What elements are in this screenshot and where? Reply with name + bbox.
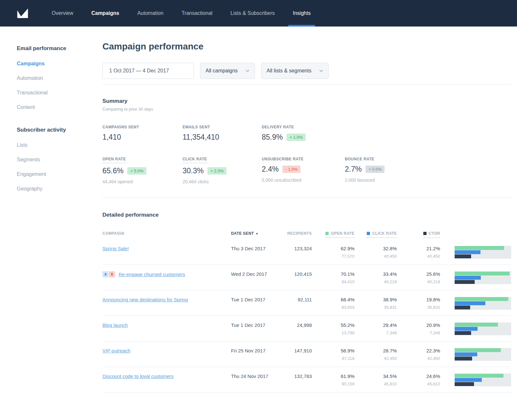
date-sent-cell: Thu 3 Dec 2017 [231,246,283,251]
column-header-campaign: CAMPAIGN [102,231,231,236]
open-rate-legend-icon [325,232,329,235]
summary-subtitle: Comparing to prior 30 days [102,107,511,112]
table-row: Blog launch Tue 1 Dec 2017 24,998 55.2% … [102,316,511,341]
nav-item-transactional[interactable]: Transactional [182,0,212,27]
click-rate-cell: 28.7% 42,450 [354,348,397,361]
date-range-input[interactable] [102,63,194,79]
metric-subtext: 2,000 bounced [345,178,511,183]
click-rate-bar [455,276,481,280]
sidebar-item-campaigns[interactable]: Campaigns [17,61,86,67]
mini-bar-chart [440,271,511,284]
campaign-link[interactable]: Discount code to loyal customers [102,373,174,379]
table-body: Spring Sale! Thu 3 Dec 2017 123,324 62.9… [102,238,511,393]
ctor-bar [455,306,470,309]
sidebar-item-segments[interactable]: Segments [17,157,86,163]
metric-delivery-rate: DELIVERY RATE 85.9% + 1.0% [262,124,345,142]
sidebar-item-geography[interactable]: Geography [17,186,86,192]
campaign-link[interactable]: Re-engage churned customers [119,272,185,277]
column-header-recipients: RECIPIENTS [283,231,312,236]
column-header-open-rate: OPEN RATE [312,231,354,238]
ab-test-a-badge: A [102,271,109,277]
metric-unsubscribe-rate: UNSUBSCRIBE RATE 2.4% - 1.0% 5,000 unsub… [262,156,345,184]
open-rate-bar [455,246,504,250]
detailed-performance-title: Detailed performance [102,212,511,218]
sidebar-item-transactional[interactable]: Transactional [17,90,86,96]
metric-label: CAMPAIGNS SENT [102,125,139,129]
metric-subtext: 44,464 opened [102,179,183,184]
metric-label: OPEN RATE [102,157,126,163]
metric-subtext: 5,000 unsubscribed [262,178,345,183]
table-row: Spring Sale! Thu 3 Dec 2017 123,324 62.9… [102,238,511,265]
sidebar-item-engagement[interactable]: Engagement [17,171,86,177]
metric-value: 2.4% [262,165,279,174]
summary-metrics-row-2: OPEN RATE 65.6% + 5.0% 44,464 opened CLI… [102,156,511,184]
campaigns-dropdown-value: All campaigns [206,68,238,74]
mini-bar-chart [440,348,511,361]
campaign-link[interactable]: Announcing new destinations for Spring [102,297,188,302]
campaigns-dropdown[interactable]: All campaigns [200,63,255,79]
recipients-cell: 132,783 [283,373,312,379]
summary-title: Summary [102,98,511,104]
open-rate-bar [455,272,510,275]
ctor-cell: 21.2% 40,450 [397,246,440,259]
nav-item-insights[interactable]: Insights [293,0,311,27]
click-rate-bar [455,352,477,356]
open-rate-cell: 62.9% 77,570 [312,246,354,259]
click-rate-cell: 32.8% 40,450 [354,246,397,259]
mini-bar-chart [440,297,511,310]
ctor-cell: 22.3% 42,450 [397,348,440,361]
sidebar-item-lists[interactable]: Lists [17,142,86,148]
mini-bar-chart [440,322,511,335]
campaign-monitor-logo-icon[interactable] [16,6,30,20]
click-rate-bar [455,250,480,254]
ctor-cell: 19.8% 35,831 [397,297,440,310]
metric-value: 11,354,410 [183,133,219,142]
column-header-click-rate: CLICK RATE [354,231,397,238]
date-sent-cell: Tue 1 Dec 2017 [231,322,283,328]
ctor-cell: 24.6% 45,810 [397,373,440,386]
date-sent-cell: Thu 24 Nov 2017 [231,373,283,379]
open-rate-cell: 55.2% 13,798 [312,322,354,335]
change-badge: + 5.0% [127,167,146,175]
table-row: VIP outreach Fri 25 Nov 2017 147,910 58.… [102,341,511,367]
column-header-date-sent[interactable]: DATE SENT▼ [231,231,283,236]
ctor-bar [455,254,471,258]
sidebar-heading-email-performance: Email performance [17,45,86,52]
metric-click-rate: CLICK RATE 30.3% + 2.0% 20,464 clicks [183,156,262,184]
nav-item-overview[interactable]: Overview [52,0,73,27]
campaign-link[interactable]: Blog launch [102,322,128,328]
page-title: Campaign performance [102,41,511,52]
click-rate-legend-icon [367,232,370,235]
change-badge: + 2.0% [207,167,227,175]
lists-segments-dropdown[interactable]: All lists & segments [261,63,329,79]
nav-item-campaigns[interactable]: Campaigns [91,0,119,27]
ctor-bar [455,382,474,386]
column-header-ctor: CTOR [397,231,440,238]
ctor-cell: 20.9% 7,349 [397,322,440,335]
metric-value: 1,410 [102,133,121,142]
click-rate-cell: 34.5% 45,810 [354,373,397,386]
date-sent-cell: Wed 2 Dec 2017 [231,271,283,277]
campaign-link[interactable]: VIP outreach [102,348,130,353]
sidebar-item-automation[interactable]: Automation [17,75,86,81]
click-rate-cell: 38.9% 35,831 [354,297,397,310]
table-row: A B Re-engage churned customers Wed 2 De… [102,265,511,290]
recipients-cell: 24,998 [283,322,312,328]
main-content: Campaign performance All campaigns All l… [86,27,517,414]
nav-item-automation[interactable]: Automation [137,0,164,27]
campaign-link[interactable]: Spring Sale! [102,246,129,251]
nav-item-lists-subscribers[interactable]: Lists & Subscribers [230,0,275,27]
ab-test-badge: A B [102,271,115,277]
open-rate-cell: 70.1% 84,410 [312,271,354,284]
metric-value: 2.7% [345,165,362,174]
metric-open-rate: OPEN RATE 65.6% + 5.0% 44,464 opened [102,156,183,184]
campaign-performance-page: Overview Campaigns Automation Transactio… [0,0,517,420]
change-badge: + 1.0% [287,134,306,141]
ab-test-b-badge: B [109,271,115,277]
sidebar-item-content[interactable]: Content [17,104,86,110]
metric-bounce-rate: BOUNCE RATE 2.7% + 0.0% 2,000 bounced [345,156,511,184]
filter-bar: All campaigns All lists & segments [102,63,511,79]
metric-label: DELIVERY RATE [262,125,294,129]
ctor-bar [455,280,475,284]
ctor-bar [455,331,471,335]
